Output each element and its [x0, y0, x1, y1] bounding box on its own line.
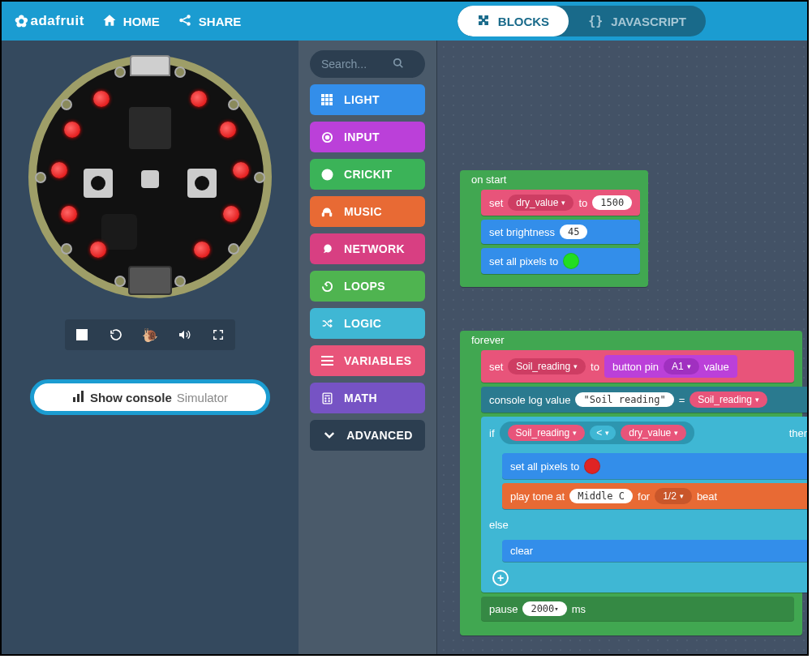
svg-rect-26 — [323, 393, 332, 404]
svg-rect-13 — [325, 98, 329, 101]
duration-dropdown[interactable]: 2000 — [522, 601, 566, 616]
cat-label: MUSIC — [344, 205, 382, 218]
set-all-pixels-block[interactable]: set all pixels to — [481, 248, 640, 274]
share-label: SHARE — [199, 15, 242, 28]
tab-js-label: JAVASCRIPT — [611, 15, 686, 28]
tab-blocks[interactable]: BLOCKS — [458, 6, 569, 36]
on-start-label: on start — [471, 173, 640, 186]
compare-block[interactable]: Soil_reading < dry_value — [500, 422, 695, 444]
simulator-panel: 🐌 Show console Simulator — [2, 41, 299, 654]
category-logic[interactable]: LOGIC — [310, 308, 425, 339]
console-log-block[interactable]: console log value "Soil reading" = Soil_… — [481, 387, 807, 413]
play-tone-block[interactable]: play tone at Middle C for 1/2 beat — [502, 483, 807, 509]
pause-block[interactable]: pause 2000 ms — [481, 597, 794, 621]
to-label: to — [578, 197, 587, 209]
restart-button[interactable] — [99, 319, 133, 350]
reset-button[interactable] — [141, 170, 159, 188]
svg-rect-9 — [321, 94, 324, 97]
forever-hat[interactable]: forever set Soil_reading to button pin A… — [460, 331, 802, 635]
pin-dropdown[interactable]: A1 — [664, 358, 699, 374]
toolbox-panel: LIGHT INPUT CRICKIT MUSIC NETWORK LOOPS … — [299, 41, 436, 654]
color-picker[interactable] — [563, 253, 579, 269]
button-b[interactable] — [187, 169, 217, 198]
tab-javascript[interactable]: {} JAVASCRIPT — [569, 6, 706, 36]
set-variable-block[interactable]: set Soil_reading to button pin A1 value — [481, 350, 794, 383]
home-button[interactable]: HOME — [102, 13, 160, 30]
number-input[interactable]: 45 — [560, 225, 587, 239]
blocks-canvas[interactable]: on start set dry_value to 1500 set brigh… — [436, 41, 807, 654]
show-console-button[interactable]: Show console Simulator — [30, 379, 270, 415]
headphones-icon — [320, 206, 334, 218]
share-button[interactable]: SHARE — [178, 13, 242, 30]
category-crickit[interactable]: CRICKIT — [310, 159, 425, 190]
variable-reporter[interactable]: dry_value — [621, 425, 686, 441]
add-branch-button[interactable]: + — [492, 570, 509, 586]
neopixel-led — [51, 162, 67, 178]
input-reporter-block[interactable]: button pin A1 value — [604, 355, 737, 378]
set-variable-block[interactable]: set dry_value to 1500 — [481, 190, 640, 216]
category-music[interactable]: MUSIC — [310, 196, 425, 227]
circuit-playground-board[interactable] — [28, 55, 272, 298]
console-log-label: console log value — [489, 394, 570, 406]
button-a[interactable] — [84, 169, 113, 198]
variable-dropdown[interactable]: Soil_reading — [508, 358, 586, 374]
neopixel-led — [223, 206, 239, 222]
brand-text: adafruit — [31, 13, 84, 29]
mute-button[interactable] — [167, 319, 201, 350]
slowmo-button[interactable]: 🐌 — [133, 319, 167, 350]
category-network[interactable]: NETWORK — [310, 233, 425, 264]
fullscreen-button[interactable] — [201, 319, 235, 350]
pause-label: pause — [489, 603, 518, 615]
on-start-hat[interactable]: on start set dry_value to 1500 set brigh… — [460, 170, 648, 287]
stop-button[interactable] — [65, 319, 99, 350]
category-math[interactable]: MATH — [310, 383, 425, 413]
number-input[interactable]: 1500 — [592, 195, 632, 210]
category-loops[interactable]: LOOPS — [310, 271, 425, 302]
on-start-stack[interactable]: on start set dry_value to 1500 set brigh… — [460, 170, 648, 287]
forever-stack[interactable]: forever set Soil_reading to button pin A… — [460, 331, 807, 635]
category-light[interactable]: LIGHT — [310, 84, 425, 115]
svg-point-30 — [324, 400, 325, 401]
if-else-block[interactable]: if Soil_reading < dry_value then — [481, 417, 807, 593]
flower-icon: ✿ — [15, 11, 29, 31]
operator-dropdown[interactable]: < — [590, 426, 616, 440]
beat-label: beat — [697, 490, 717, 503]
for-label: for — [638, 490, 650, 503]
pad-hole — [228, 99, 239, 110]
svg-rect-15 — [321, 102, 324, 105]
pad-hole — [114, 276, 126, 287]
clear-block[interactable]: clear — [502, 540, 807, 562]
variable-reporter[interactable]: Soil_reading — [508, 425, 586, 441]
pixels-label: set all pixels to — [489, 255, 558, 267]
svg-rect-5 — [77, 394, 79, 402]
pad-hole — [174, 276, 186, 287]
svg-point-0 — [179, 18, 183, 22]
variable-dropdown[interactable]: dry_value — [508, 195, 574, 211]
neopixel-led — [194, 242, 210, 258]
button-pin-label: button pin — [612, 361, 659, 373]
search-input[interactable] — [321, 58, 386, 71]
simulator-controls: 🐌 — [65, 319, 235, 350]
category-advanced[interactable]: ADVANCED — [310, 420, 425, 451]
cat-label: NETWORK — [344, 242, 405, 255]
share-icon — [178, 13, 192, 30]
string-input[interactable]: "Soil reading" — [575, 392, 673, 407]
cat-label: LIGHT — [344, 93, 380, 106]
set-brightness-block[interactable]: set brightness 45 — [481, 220, 640, 244]
set-all-pixels-block[interactable]: set all pixels to — [502, 453, 807, 479]
brightness-label: set brightness — [489, 226, 555, 238]
toolbox-search[interactable] — [310, 50, 425, 78]
cat-label: ADVANCED — [346, 429, 413, 442]
svg-rect-14 — [329, 98, 333, 101]
category-input[interactable]: INPUT — [310, 122, 425, 152]
color-picker[interactable] — [584, 458, 600, 474]
variable-reporter[interactable]: Soil_reading — [690, 392, 767, 408]
mcu-chip-icon — [129, 107, 171, 149]
beat-dropdown[interactable]: 1/2 — [655, 488, 692, 504]
cat-label: LOGIC — [344, 317, 381, 330]
home-icon — [102, 13, 117, 30]
brand-logo[interactable]: ✿ adafruit — [15, 11, 84, 31]
play-tone-label: play tone at — [510, 490, 565, 503]
note-input[interactable]: Middle C — [569, 489, 633, 503]
category-variables[interactable]: VARIABLES — [310, 345, 425, 376]
